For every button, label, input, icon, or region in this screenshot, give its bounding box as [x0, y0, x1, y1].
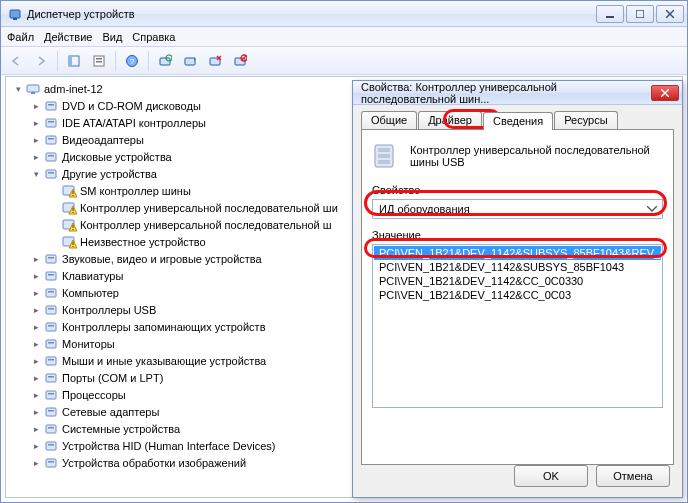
tab-resources[interactable]: Ресурсы [554, 111, 617, 129]
property-selected: ИД оборудования [379, 203, 470, 215]
tree-node[interactable]: ▸Процессоры [12, 386, 347, 403]
values-listbox[interactable]: PCI\VEN_1B21&DEV_1142&SUBSYS_85BF1043&RE… [372, 244, 663, 408]
tree-label: Другие устройства [62, 166, 157, 182]
tree-node[interactable]: ▸Видеоадаптеры [12, 131, 347, 148]
device-category-icon [43, 98, 59, 114]
tree-label: Порты (COM и LPT) [62, 370, 163, 386]
tab-driver[interactable]: Драйвер [418, 111, 482, 129]
svg-rect-36 [72, 212, 73, 213]
svg-rect-72 [378, 148, 390, 152]
uninstall-button[interactable] [204, 50, 226, 72]
tab-general[interactable]: Общие [361, 111, 417, 129]
svg-rect-25 [46, 153, 56, 161]
disable-button[interactable] [229, 50, 251, 72]
tree-node[interactable]: ▸DVD и CD-ROM дисководы [12, 97, 347, 114]
forward-button[interactable] [30, 50, 52, 72]
tree-node[interactable]: ▾Другие устройства [12, 165, 347, 182]
tree-node[interactable]: ▸Мыши и иные указывающие устройства [12, 352, 347, 369]
cancel-button[interactable]: Отмена [596, 465, 670, 487]
tree-node[interactable]: ▸IDE ATA/ATAPI контроллеры [12, 114, 347, 131]
device-category-icon [43, 438, 59, 454]
svg-rect-1 [13, 18, 17, 20]
tree-label: Видеоадаптеры [62, 132, 144, 148]
tree-label: Неизвестное устройство [80, 234, 206, 250]
svg-rect-13 [185, 58, 195, 65]
svg-rect-40 [72, 229, 73, 230]
help-button[interactable]: ? [121, 50, 143, 72]
tree-label: Контроллер универсальной последовательно… [80, 200, 338, 216]
back-button[interactable] [5, 50, 27, 72]
svg-rect-26 [48, 155, 54, 157]
device-tree[interactable]: ▾adm-inet-12▸DVD и CD-ROM дисководы▸IDE … [12, 80, 347, 471]
device-category-icon [43, 268, 59, 284]
details-pane: Контроллер универсальной последовательно… [361, 129, 674, 465]
svg-rect-17 [27, 85, 39, 92]
scan-hardware-button[interactable] [154, 50, 176, 72]
svg-rect-50 [48, 291, 54, 293]
tree-node[interactable]: ▸Компьютер [12, 284, 347, 301]
show-pane-button[interactable] [63, 50, 85, 72]
list-item[interactable]: PCI\VEN_1B21&DEV_1142&SUBSYS_85BF1043 [374, 260, 661, 274]
svg-rect-19 [46, 102, 56, 110]
tree-node[interactable]: ▸Сетевые адаптеры [12, 403, 347, 420]
tree-label: adm-inet-12 [44, 81, 103, 97]
tree-label: IDE ATA/ATAPI контроллеры [62, 115, 206, 131]
tree-node[interactable]: ·Неизвестное устройство [12, 233, 347, 250]
list-item[interactable]: PCI\VEN_1B21&DEV_1142&SUBSYS_85BF1043&RE… [374, 246, 661, 260]
svg-rect-0 [10, 10, 20, 18]
svg-rect-67 [46, 442, 56, 450]
svg-rect-31 [72, 191, 73, 194]
tree-label: Контроллеры запоминающих устройств [62, 319, 265, 335]
tree-node[interactable]: ▸Системные устройства [12, 420, 347, 437]
tree-node[interactable]: ·Контроллер универсальной последовательн… [12, 199, 347, 216]
menu-action[interactable]: Действие [44, 31, 92, 43]
svg-rect-7 [96, 58, 102, 60]
tree-label: Клавиатуры [62, 268, 123, 284]
ok-button[interactable]: OK [514, 465, 588, 487]
device-category-icon [43, 251, 59, 267]
tree-label: Процессоры [62, 387, 126, 403]
tree-node[interactable]: ·SM контроллер шины [12, 182, 347, 199]
svg-rect-54 [48, 325, 54, 327]
tab-details[interactable]: Сведения [483, 112, 553, 130]
dialog-close-button[interactable] [651, 85, 679, 101]
svg-rect-24 [48, 138, 54, 140]
tree-node[interactable]: ·Контроллер универсальной последовательн… [12, 216, 347, 233]
svg-rect-57 [46, 357, 56, 365]
tree-node[interactable]: ▸Порты (COM и LPT) [12, 369, 347, 386]
list-item[interactable]: PCI\VEN_1B21&DEV_1142&CC_0C03 [374, 288, 661, 302]
tree-node[interactable]: ▸Устройства HID (Human Interface Devices… [12, 437, 347, 454]
menu-file[interactable]: Файл [7, 31, 34, 43]
svg-rect-43 [72, 242, 73, 245]
svg-rect-49 [46, 289, 56, 297]
tree-label: Контроллер универсальной последовательно… [80, 217, 332, 233]
svg-rect-46 [48, 257, 54, 259]
properties-button[interactable] [88, 50, 110, 72]
device-category-icon [43, 149, 59, 165]
svg-rect-70 [48, 461, 54, 463]
svg-rect-64 [48, 410, 54, 412]
tree-node[interactable]: ▸Контроллеры USB [12, 301, 347, 318]
minimize-button[interactable] [596, 5, 624, 23]
menu-help[interactable]: Справка [132, 31, 175, 43]
list-item[interactable]: PCI\VEN_1B21&DEV_1142&CC_0C0330 [374, 274, 661, 288]
svg-rect-27 [46, 170, 56, 178]
tree-label: SM контроллер шины [80, 183, 191, 199]
property-combo[interactable]: ИД оборудования [372, 199, 663, 219]
tree-node[interactable]: ▸Клавиатуры [12, 267, 347, 284]
tree-node[interactable]: ▸Контроллеры запоминающих устройств [12, 318, 347, 335]
tree-node[interactable]: ▸Дисковые устройства [12, 148, 347, 165]
tree-root[interactable]: ▾adm-inet-12 [12, 80, 347, 97]
tree-node[interactable]: ▸Мониторы [12, 335, 347, 352]
menu-view[interactable]: Вид [102, 31, 122, 43]
update-driver-button[interactable] [179, 50, 201, 72]
tree-node[interactable]: ▸Устройства обработки изображений [12, 454, 347, 471]
svg-rect-47 [46, 272, 56, 280]
maximize-button[interactable] [626, 5, 654, 23]
close-button[interactable] [656, 5, 684, 23]
svg-rect-66 [48, 427, 54, 429]
device-name: Контроллер универсальной последовательно… [410, 144, 663, 168]
titlebar: Диспетчер устройств [1, 1, 687, 27]
toolbar-separator [115, 51, 116, 71]
tree-node[interactable]: ▸Звуковые, видео и игровые устройства [12, 250, 347, 267]
